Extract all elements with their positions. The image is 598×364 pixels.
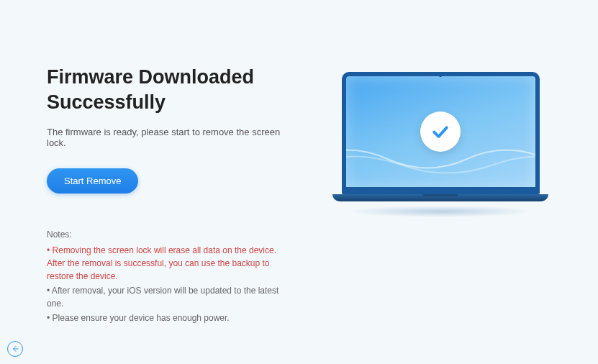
- page-title: Firmware Downloaded Successfully: [47, 65, 290, 115]
- laptop-screen: [342, 72, 540, 194]
- laptop-camera-icon: [439, 74, 442, 77]
- success-check-icon: [420, 112, 461, 152]
- note-info-2: • Please ensure your device has enough p…: [47, 311, 290, 324]
- arrow-left-icon: [11, 345, 19, 353]
- content-panel: Firmware Downloaded Successfully The fir…: [47, 65, 290, 326]
- laptop-shadow: [347, 206, 534, 217]
- laptop-base: [332, 194, 548, 201]
- illustration-panel: [319, 65, 562, 326]
- notes-label: Notes:: [47, 229, 290, 240]
- note-info-1: • After removal, your iOS version will b…: [47, 284, 290, 310]
- start-remove-button[interactable]: Start Remove: [47, 168, 138, 194]
- back-button[interactable]: [7, 341, 23, 357]
- laptop-illustration: [332, 72, 548, 217]
- note-warning: • Removing the screen lock will erase al…: [47, 244, 290, 283]
- subtitle-text: The firmware is ready, please start to r…: [47, 127, 290, 148]
- main-container: Firmware Downloaded Successfully The fir…: [0, 0, 598, 326]
- notes-section: Notes: • Removing the screen lock will e…: [47, 229, 290, 324]
